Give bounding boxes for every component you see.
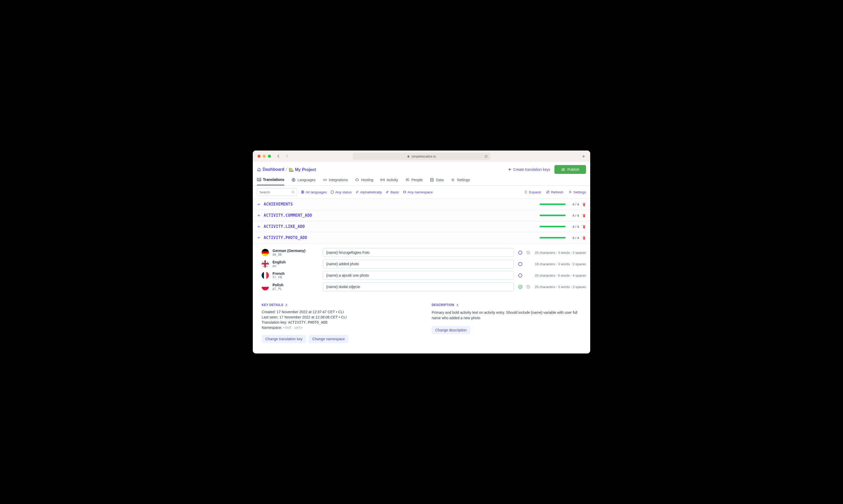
filter-languages-label: All languages bbox=[306, 190, 327, 194]
delete-key-button[interactable] bbox=[582, 236, 586, 240]
filter-status[interactable]: Any status bbox=[330, 190, 352, 194]
create-translation-keys-button[interactable]: Create translation keys bbox=[508, 167, 550, 172]
delete-key-button[interactable] bbox=[582, 214, 586, 217]
filter-languages[interactable]: All languages bbox=[301, 190, 327, 194]
tab-translations-label: Translations bbox=[263, 178, 284, 182]
key-details-col: KEY DETAILS Created: 17 November 2022 at… bbox=[262, 303, 416, 343]
progress-bar bbox=[540, 237, 566, 238]
translation-input[interactable] bbox=[323, 259, 514, 268]
tab-activity[interactable]: Activity bbox=[380, 178, 398, 185]
refresh-button[interactable]: Refresh bbox=[546, 190, 563, 194]
chevron-up-icon[interactable] bbox=[257, 202, 261, 206]
titlebar: simplelocalize.io bbox=[253, 150, 590, 162]
svg-point-13 bbox=[519, 262, 522, 266]
broadcast-icon bbox=[380, 178, 384, 182]
tab-settings[interactable]: Settings bbox=[451, 178, 470, 185]
nav-buttons bbox=[277, 155, 289, 158]
breadcrumb-dashboard[interactable]: Dashboard bbox=[257, 167, 285, 172]
database-icon bbox=[430, 178, 434, 182]
lock-icon bbox=[407, 155, 410, 158]
translations-panel: German (Germany) de_DE 25 characters•3 w… bbox=[253, 244, 590, 296]
svg-rect-0 bbox=[408, 156, 409, 157]
check-circle-icon[interactable] bbox=[518, 285, 522, 289]
change-translation-key-button[interactable]: Change translation key bbox=[262, 335, 306, 343]
filter-namespace[interactable]: Any namespace bbox=[402, 190, 433, 194]
tab-translations[interactable]: A文 Translations bbox=[257, 178, 284, 185]
circle-icon[interactable] bbox=[518, 273, 522, 278]
translation-input[interactable] bbox=[323, 282, 514, 291]
filter-sort[interactable]: Alphabetically bbox=[355, 190, 382, 194]
svg-point-8 bbox=[292, 191, 294, 193]
tab-people[interactable]: People bbox=[406, 178, 423, 185]
url-bar[interactable]: simplelocalize.io bbox=[353, 152, 490, 160]
created-line: Created: 17 November 2022 at 12:37:47 CE… bbox=[262, 310, 416, 314]
translation-input[interactable] bbox=[323, 248, 514, 257]
key-name[interactable]: ACTIVITY.PHOTO_ADD bbox=[264, 235, 307, 240]
description-text: Primary and bold activity text on activi… bbox=[432, 310, 586, 321]
publish-button[interactable]: Publish bbox=[554, 165, 586, 174]
translation-actions bbox=[518, 285, 531, 289]
history-icon[interactable] bbox=[526, 285, 531, 289]
delete-key-button[interactable] bbox=[582, 225, 586, 229]
key-details-heading[interactable]: KEY DETAILS bbox=[262, 303, 416, 307]
key-name[interactable]: ACTIVITY.LIKE_ADD bbox=[264, 224, 305, 229]
tab-integrations[interactable]: Integrations bbox=[323, 178, 348, 185]
filter-bar: All languages Any status Alphabetically … bbox=[253, 185, 590, 199]
tab-data[interactable]: Data bbox=[430, 178, 444, 185]
refresh-icon bbox=[546, 190, 550, 194]
chevron-up-icon[interactable] bbox=[257, 214, 261, 217]
list-settings-label: Settings bbox=[573, 190, 586, 194]
translation-key-line: Translation key: ACTIVITY.PHOTO_ADD bbox=[262, 320, 416, 324]
change-description-button[interactable]: Change description bbox=[432, 326, 470, 334]
key-name[interactable]: ACTIVITY.COMMENT_ADD bbox=[264, 213, 312, 218]
circle-icon[interactable] bbox=[518, 262, 522, 266]
key-name[interactable]: ACHIEVEMENTS bbox=[264, 202, 293, 206]
circle-icon[interactable] bbox=[518, 250, 522, 255]
reload-button[interactable] bbox=[484, 155, 488, 158]
filter-status-label: Any status bbox=[335, 190, 352, 194]
history-icon[interactable] bbox=[526, 250, 531, 255]
link-icon bbox=[385, 190, 389, 194]
minimize-window-button[interactable] bbox=[263, 155, 266, 158]
svg-point-12 bbox=[519, 251, 522, 254]
description-col: DESCRIPTION Primary and bold activity te… bbox=[432, 303, 586, 343]
progress-bar bbox=[540, 203, 566, 205]
maximize-window-button[interactable] bbox=[268, 155, 271, 158]
search-input[interactable] bbox=[259, 190, 290, 194]
filter-view[interactable]: Basic bbox=[385, 190, 399, 194]
svg-point-14 bbox=[519, 273, 522, 277]
back-button[interactable] bbox=[277, 155, 280, 158]
translation-actions bbox=[518, 250, 531, 255]
forward-button[interactable] bbox=[285, 155, 289, 158]
translation-actions bbox=[518, 273, 531, 278]
expand-button[interactable]: Expand bbox=[524, 190, 541, 194]
delete-key-button[interactable] bbox=[582, 202, 586, 206]
filter-view-label: Basic bbox=[390, 190, 399, 194]
breadcrumb-separator: / bbox=[286, 167, 287, 172]
tab-hosting[interactable]: Hosting bbox=[355, 178, 373, 185]
namespace-icon bbox=[402, 190, 406, 194]
publish-label: Publish bbox=[567, 167, 579, 172]
description-heading[interactable]: DESCRIPTION bbox=[432, 303, 586, 307]
translation-row: English en 18 characters•3 words•2 space… bbox=[262, 259, 586, 268]
search-input-wrapper[interactable] bbox=[257, 188, 297, 196]
chevron-down-icon[interactable] bbox=[257, 236, 261, 239]
svg-point-10 bbox=[331, 191, 334, 194]
flag-icon bbox=[262, 249, 269, 256]
header-actions: Create translation keys Publish bbox=[508, 165, 586, 174]
refresh-label: Refresh bbox=[551, 190, 563, 194]
change-namespace-button[interactable]: Change namespace bbox=[309, 335, 348, 343]
flag-icon bbox=[262, 283, 269, 290]
tab-languages[interactable]: Languages bbox=[291, 178, 315, 185]
close-window-button[interactable] bbox=[257, 155, 261, 158]
tab-integrations-label: Integrations bbox=[329, 178, 348, 182]
code-icon bbox=[323, 178, 327, 182]
chevron-up-icon[interactable] bbox=[257, 225, 261, 228]
create-keys-label: Create translation keys bbox=[513, 167, 550, 172]
plus-icon bbox=[508, 168, 512, 171]
breadcrumb-project[interactable]: 🏡 My Project bbox=[289, 167, 316, 172]
new-tab-button[interactable] bbox=[581, 155, 586, 158]
list-settings-button[interactable]: Settings bbox=[569, 190, 586, 194]
translation-input[interactable] bbox=[323, 271, 514, 280]
people-icon bbox=[406, 178, 410, 182]
